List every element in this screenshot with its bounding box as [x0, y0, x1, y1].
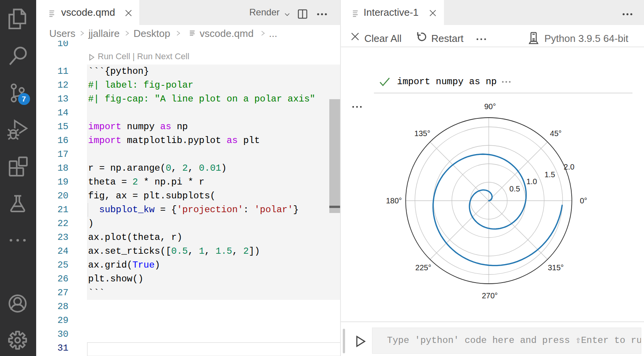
svg-text:0.5: 0.5 [509, 185, 520, 193]
svg-text:135°: 135° [414, 129, 430, 138]
svg-text:1.5: 1.5 [544, 170, 555, 179]
svg-text:225°: 225° [415, 263, 431, 272]
svg-text:180°: 180° [386, 196, 402, 205]
svg-text:90°: 90° [484, 102, 496, 111]
svg-text:270°: 270° [482, 291, 497, 300]
svg-text:315°: 315° [548, 263, 564, 272]
svg-text:1.0: 1.0 [526, 177, 537, 186]
svg-text:45°: 45° [550, 129, 562, 138]
svg-text:2.0: 2.0 [564, 163, 574, 171]
svg-text:0°: 0° [580, 196, 587, 205]
